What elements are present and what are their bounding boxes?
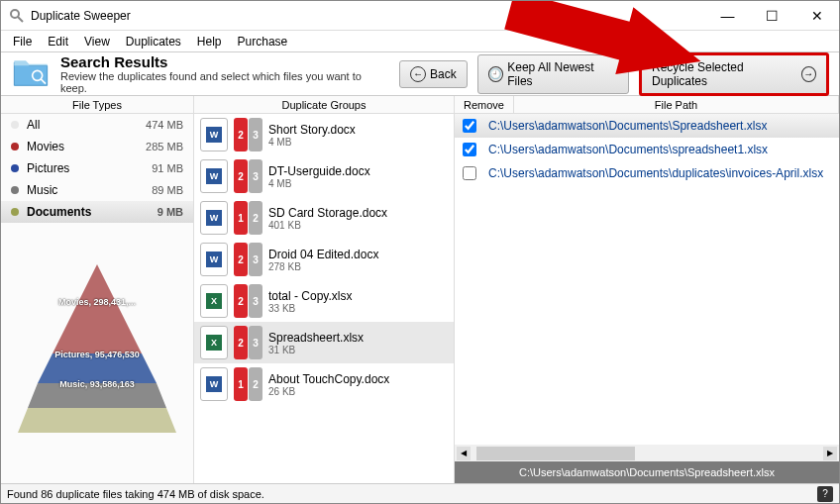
filetype-row-music[interactable]: Music 89 MB bbox=[1, 179, 193, 201]
group-filesize: 278 KB bbox=[268, 261, 378, 272]
back-arrow-icon: ← bbox=[410, 66, 426, 82]
excel-doc-icon: X bbox=[200, 326, 228, 359]
group-filesize: 4 MB bbox=[268, 137, 356, 148]
page-title: Search Results bbox=[60, 53, 379, 70]
dup-count-badges: 12 bbox=[234, 367, 262, 401]
file-row[interactable]: C:\Users\adamwatson\Documents\spreadshee… bbox=[455, 138, 839, 161]
pyr-movies: Movies, 298,431,... bbox=[58, 297, 136, 307]
group-filesize: 33 KB bbox=[268, 303, 352, 314]
filetype-size: 9 MB bbox=[158, 206, 183, 218]
scroll-right-icon[interactable]: ▶ bbox=[823, 447, 837, 460]
back-button[interactable]: ← Back bbox=[399, 60, 468, 88]
back-label: Back bbox=[430, 67, 457, 81]
filetype-row-documents[interactable]: Documents 9 MB bbox=[1, 201, 193, 223]
forward-arrow-icon: → bbox=[801, 66, 816, 82]
keep-newest-button[interactable]: 🕘 Keep All Newest Files bbox=[477, 54, 629, 94]
col-groups: Duplicate Groups bbox=[194, 96, 455, 113]
group-filename: Droid 04 Edited.docx bbox=[268, 248, 378, 261]
word-doc-icon: W bbox=[200, 159, 228, 193]
menu-file[interactable]: File bbox=[5, 33, 40, 50]
filetype-size: 89 MB bbox=[152, 184, 183, 196]
group-row[interactable]: W 12 About TouchCopy.docx 26 KB bbox=[194, 363, 454, 405]
menu-duplicates[interactable]: Duplicates bbox=[118, 33, 189, 50]
pyr-music: Music, 93,586,163 bbox=[59, 379, 135, 389]
filetype-label: Movies bbox=[27, 140, 138, 153]
app-icon bbox=[9, 8, 25, 24]
col-filepath: File Path bbox=[514, 96, 839, 113]
filetype-dot-icon bbox=[11, 121, 19, 129]
pyramid-chart: Movies, 298,431,... Pictures, 95,476,530… bbox=[1, 223, 193, 483]
close-button[interactable]: ✕ bbox=[794, 1, 839, 31]
col-remove: Remove bbox=[455, 96, 514, 113]
filetype-label: Music bbox=[27, 183, 144, 197]
help-wizard-icon[interactable]: ? bbox=[817, 486, 833, 502]
dup-count-badges: 23 bbox=[234, 326, 262, 359]
filetype-size: 285 MB bbox=[146, 141, 183, 152]
svg-point-0 bbox=[11, 10, 19, 18]
filetype-size: 474 MB bbox=[146, 119, 183, 131]
group-filename: SD Card Storage.docx bbox=[268, 206, 387, 220]
scroll-left-icon[interactable]: ◀ bbox=[457, 447, 471, 460]
keep-label: Keep All Newest Files bbox=[507, 60, 618, 88]
remove-checkbox[interactable] bbox=[463, 143, 476, 156]
selected-path-footer: C:\Users\adamwatson\Documents\Spreadshee… bbox=[455, 461, 839, 483]
group-filename: Short Story.docx bbox=[268, 123, 356, 137]
menu-edit[interactable]: Edit bbox=[40, 33, 76, 50]
remove-checkbox[interactable] bbox=[463, 166, 476, 180]
folder-search-icon bbox=[11, 52, 51, 96]
filetype-dot-icon bbox=[11, 143, 19, 151]
scroll-thumb[interactable] bbox=[476, 447, 635, 460]
word-doc-icon: W bbox=[200, 201, 228, 235]
file-row[interactable]: C:\Users\adamwatson\Documents\Spreadshee… bbox=[455, 114, 839, 138]
menu-help[interactable]: Help bbox=[189, 33, 230, 50]
maximize-button[interactable]: ☐ bbox=[750, 1, 794, 31]
menu-view[interactable]: View bbox=[76, 33, 118, 50]
filetype-label: Pictures bbox=[27, 161, 144, 175]
dup-count-badges: 23 bbox=[234, 118, 262, 151]
filetype-dot-icon bbox=[11, 186, 19, 194]
filetype-label: All bbox=[27, 118, 138, 132]
file-path: C:\Users\adamwatson\Documents\spreadshee… bbox=[488, 143, 768, 156]
dup-count-badges: 23 bbox=[234, 243, 262, 276]
word-doc-icon: W bbox=[200, 367, 228, 401]
file-row[interactable]: C:\Users\adamwatson\Documents\duplicates… bbox=[455, 161, 839, 185]
group-row[interactable]: X 23 Spreadsheert.xlsx 31 KB bbox=[194, 322, 454, 363]
group-filesize: 401 KB bbox=[268, 220, 387, 231]
group-filename: total - Copy.xlsx bbox=[268, 289, 352, 303]
group-filename: About TouchCopy.docx bbox=[268, 372, 389, 386]
group-row[interactable]: X 23 total - Copy.xlsx 33 KB bbox=[194, 280, 454, 322]
clock-icon: 🕘 bbox=[488, 66, 503, 82]
filetype-label: Documents bbox=[27, 205, 150, 219]
filetype-size: 91 MB bbox=[152, 162, 183, 174]
group-filesize: 31 KB bbox=[268, 345, 364, 355]
file-path: C:\Users\adamwatson\Documents\duplicates… bbox=[488, 166, 823, 180]
filetype-row-all[interactable]: All 474 MB bbox=[1, 114, 193, 136]
word-doc-icon: W bbox=[200, 118, 228, 151]
remove-checkbox[interactable] bbox=[463, 119, 476, 133]
dup-count-badges: 12 bbox=[234, 201, 262, 235]
svg-line-1 bbox=[18, 17, 23, 22]
excel-doc-icon: X bbox=[200, 284, 228, 318]
dup-count-badges: 23 bbox=[234, 159, 262, 193]
svg-marker-4 bbox=[52, 264, 142, 353]
filetype-dot-icon bbox=[11, 164, 19, 172]
svg-marker-7 bbox=[18, 408, 176, 433]
minimize-button[interactable]: — bbox=[705, 1, 750, 31]
group-row[interactable]: W 23 Short Story.docx 4 MB bbox=[194, 114, 454, 155]
group-row[interactable]: W 12 SD Card Storage.docx 401 KB bbox=[194, 197, 454, 239]
word-doc-icon: W bbox=[200, 243, 228, 276]
filetype-dot-icon bbox=[11, 208, 19, 216]
menu-purchase[interactable]: Purchase bbox=[230, 33, 296, 50]
col-filetypes: File Types bbox=[1, 96, 194, 113]
group-filename: DT-Userguide.docx bbox=[268, 164, 370, 178]
group-filesize: 4 MB bbox=[268, 178, 370, 189]
recycle-button[interactable]: Recycle Selected Duplicates → bbox=[639, 52, 829, 96]
group-row[interactable]: W 23 Droid 04 Edited.docx 278 KB bbox=[194, 239, 454, 280]
window-title: Duplicate Sweeper bbox=[31, 9, 705, 23]
filetype-row-movies[interactable]: Movies 285 MB bbox=[1, 136, 193, 157]
filetype-row-pictures[interactable]: Pictures 91 MB bbox=[1, 157, 193, 179]
group-row[interactable]: W 23 DT-Userguide.docx 4 MB bbox=[194, 155, 454, 197]
status-text: Found 86 duplicate files taking 474 MB o… bbox=[7, 488, 264, 500]
group-filesize: 26 KB bbox=[268, 386, 389, 397]
horizontal-scrollbar[interactable]: ◀ ▶ bbox=[455, 445, 839, 461]
